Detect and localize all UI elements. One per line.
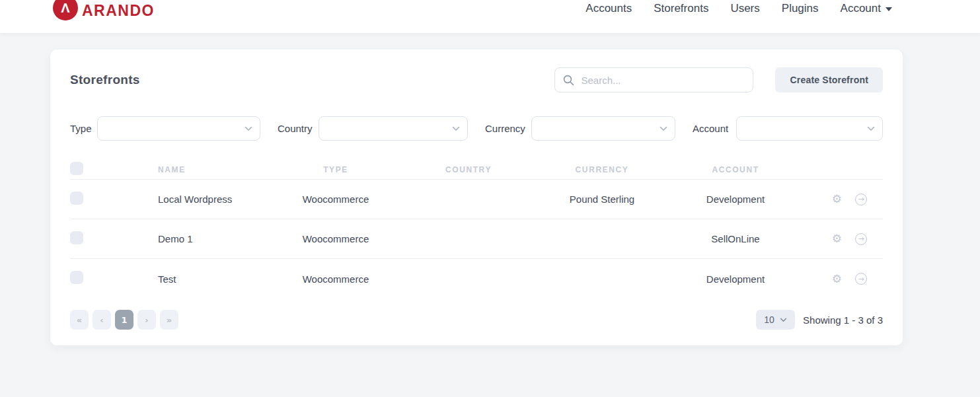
- row-checkbox[interactable]: [70, 271, 83, 284]
- row-actions: ⚙ →: [803, 233, 883, 245]
- column-header-currency: CURRENCY: [536, 165, 668, 174]
- filter-select-country[interactable]: [319, 116, 468, 141]
- storefronts-table: NAME TYPE COUNTRY CURRENCY ACCOUNT Local…: [70, 160, 883, 299]
- filter-label-country: Country: [278, 123, 313, 134]
- page-title: Storefronts: [70, 73, 140, 87]
- table-row: Test Woocommerce Development ⚙ →: [70, 259, 883, 299]
- filter-select-account[interactable]: [736, 116, 883, 141]
- row-checkbox[interactable]: [70, 192, 83, 205]
- filter-group-type: Type: [70, 116, 260, 141]
- prev-page-button[interactable]: ‹: [93, 310, 111, 330]
- pagination-bar: « ‹ 1 › » 10 Showing 1 - 3 of 3: [70, 310, 883, 330]
- table-row: Demo 1 Woocommerce SellOnLine ⚙ →: [70, 219, 883, 259]
- chevron-down-icon: [245, 126, 252, 131]
- open-storefront-arrow-icon[interactable]: →: [855, 233, 867, 245]
- last-page-button[interactable]: »: [160, 310, 178, 330]
- nav-item-storefronts[interactable]: Storefronts: [654, 1, 708, 17]
- open-storefront-arrow-icon[interactable]: →: [855, 273, 867, 285]
- nav-item-plugins[interactable]: Plugins: [782, 1, 819, 17]
- arrow-glyph: →: [858, 275, 864, 283]
- settings-gear-icon[interactable]: ⚙: [832, 233, 842, 244]
- cell-account: Development: [668, 273, 803, 285]
- filter-label-type: Type: [70, 123, 92, 134]
- open-storefront-arrow-icon[interactable]: →: [855, 194, 867, 205]
- search-icon: [563, 75, 574, 86]
- page-size-select[interactable]: 10: [756, 310, 795, 330]
- select-all-checkbox[interactable]: [70, 162, 83, 175]
- column-header-name: NAME: [158, 165, 270, 174]
- cell-name: Test: [158, 273, 270, 285]
- row-actions: ⚙ →: [803, 194, 883, 205]
- filter-select-type[interactable]: [97, 116, 260, 141]
- chevron-down-icon: [452, 126, 460, 131]
- chevron-down-icon: [660, 126, 667, 131]
- cell-account: Development: [668, 194, 803, 205]
- card-header-actions: Create Storefront: [554, 67, 883, 92]
- settings-gear-icon[interactable]: ⚙: [832, 273, 842, 285]
- column-header-type: TYPE: [270, 165, 401, 174]
- nav-account-dropdown[interactable]: Account: [841, 1, 892, 17]
- first-page-button[interactable]: «: [70, 310, 89, 330]
- column-header-account: ACCOUNT: [668, 165, 803, 174]
- filter-group-currency: Currency: [485, 116, 675, 141]
- cell-type: Woocommerce: [270, 233, 401, 244]
- table-header-row: NAME TYPE COUNTRY CURRENCY ACCOUNT: [70, 160, 883, 180]
- cell-name: Demo 1: [158, 233, 270, 244]
- storefronts-card: Storefronts Create Storefront Type: [50, 50, 903, 345]
- create-storefront-button[interactable]: Create Storefront: [775, 67, 883, 92]
- cell-name: Local Wordpress: [158, 194, 270, 205]
- nav-account-label: Account: [841, 2, 881, 15]
- cell-currency: Pound Sterling: [536, 194, 668, 205]
- settings-gear-icon[interactable]: ⚙: [832, 194, 842, 205]
- nav-item-users[interactable]: Users: [730, 1, 759, 17]
- row-actions: ⚙ →: [803, 273, 883, 285]
- brand-name: ARANDO: [82, 2, 155, 19]
- cell-type: Woocommerce: [270, 273, 401, 285]
- pagination-right: 10 Showing 1 - 3 of 3: [756, 310, 883, 330]
- column-header-country: COUNTRY: [401, 165, 536, 174]
- next-page-button[interactable]: ›: [137, 310, 156, 330]
- page-size-value: 10: [764, 314, 774, 325]
- filter-bar: Type Country Currency: [70, 116, 883, 141]
- arrow-glyph: →: [858, 235, 864, 242]
- nav-item-accounts[interactable]: Accounts: [585, 1, 632, 17]
- caret-down-icon: [886, 7, 892, 11]
- cell-account: SellOnLine: [668, 233, 803, 244]
- main-nav: Accounts Storefronts Users Plugins Accou…: [585, 1, 892, 17]
- arrow-glyph: →: [858, 196, 864, 203]
- filter-label-currency: Currency: [485, 123, 525, 134]
- filter-group-country: Country: [278, 116, 468, 141]
- cell-type: Woocommerce: [270, 194, 401, 205]
- table-row: Local Wordpress Woocommerce Pound Sterli…: [70, 180, 883, 219]
- brand-logo-icon: Λ: [53, 0, 78, 20]
- top-navbar: Λ ARANDO Accounts Storefronts Users Plug…: [0, 0, 980, 33]
- filter-select-currency[interactable]: [531, 116, 675, 141]
- showing-summary: Showing 1 - 3 of 3: [803, 314, 883, 326]
- filter-group-account: Account: [693, 116, 883, 141]
- page-button-1[interactable]: 1: [115, 310, 133, 330]
- chevron-down-icon: [867, 126, 875, 131]
- brand-mark: Λ: [61, 1, 69, 16]
- search-input[interactable]: [581, 75, 745, 86]
- chevron-down-icon: [780, 318, 787, 322]
- search-box: [554, 67, 753, 92]
- brand-logo[interactable]: Λ ARANDO: [53, 0, 155, 20]
- row-checkbox[interactable]: [70, 231, 83, 244]
- filter-label-account: Account: [693, 123, 728, 134]
- pager: « ‹ 1 › »: [70, 310, 178, 330]
- card-header: Storefronts Create Storefront: [70, 67, 883, 92]
